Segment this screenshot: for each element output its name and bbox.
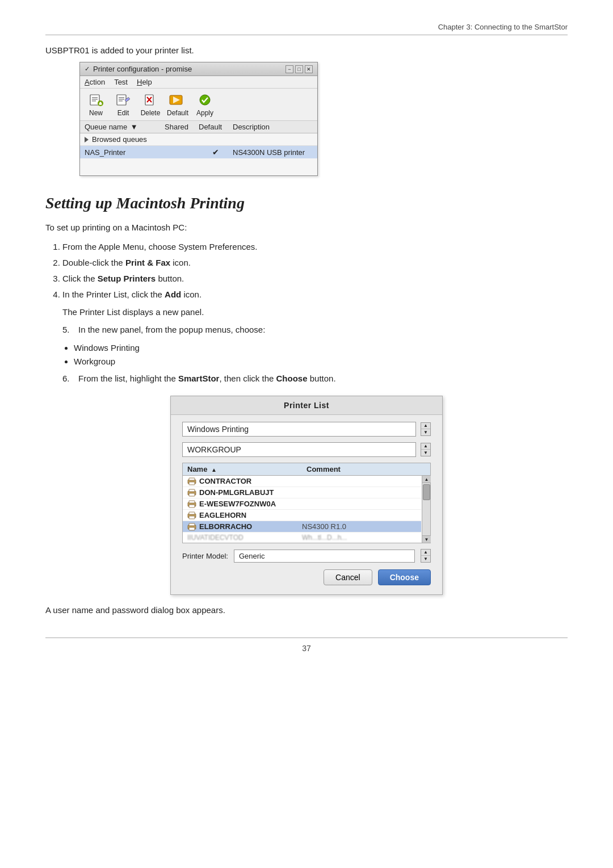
step-3: Click the Setup Printers button. [62, 272, 568, 286]
svg-rect-23 [189, 493, 195, 496]
page-number: 37 [302, 644, 311, 653]
chapter-title: Chapter 3: Connecting to the SmartStor [438, 23, 568, 31]
col-name-header: Name ▲ [187, 465, 306, 473]
svg-rect-25 [189, 501, 195, 503]
scroll-up-arrow[interactable]: ▲ [422, 476, 431, 483]
stepper-up2[interactable]: ▲ [421, 443, 430, 450]
row-name-eaglehorn: EAGLEHORN [187, 511, 302, 519]
table-header: Queue name ▼ Shared Default Description [80, 121, 317, 133]
menu-action[interactable]: Action [85, 78, 105, 86]
step-1: From the Apple Menu, choose System Prefe… [62, 240, 568, 254]
scroll-thumb[interactable] [423, 484, 430, 500]
svg-rect-32 [189, 527, 195, 530]
window-titlebar: ✓ Printer configuration - promise − □ ✕ [80, 62, 317, 76]
browsed-queues-label: Browsed queues [92, 135, 147, 144]
printer-name: NAS_Printer [85, 148, 165, 157]
default-icon [169, 92, 187, 108]
printer-model-label: Printer Model: [182, 552, 228, 560]
chapter-header: Chapter 3: Connecting to the SmartStor [45, 23, 568, 35]
step-5-text: In the new panel, from the popup menus, … [78, 323, 265, 337]
footer-text: A user name and password dialog box appe… [45, 605, 568, 615]
svg-rect-9 [119, 99, 124, 100]
dialog-buttons: Cancel Choose [182, 569, 431, 588]
step-4-bold: Add [165, 290, 181, 299]
close-button[interactable]: ✕ [305, 65, 313, 73]
col-description: Description [233, 123, 313, 131]
toolbar-apply-label: Apply [196, 109, 213, 117]
toolbar-edit-button[interactable]: Edit [112, 92, 135, 117]
toolbar-new-label: New [89, 109, 103, 117]
windows-printing-stepper[interactable]: ▲ ▼ [421, 422, 431, 436]
step-6: 6.From the list, highlight the SmartStor… [62, 372, 568, 385]
toolbar-apply-button[interactable]: Apply [194, 92, 216, 117]
table-row[interactable]: ELBORRACHO NS4300 R1.0 [183, 521, 421, 532]
page-footer: 37 [45, 638, 568, 653]
expand-icon[interactable] [85, 137, 89, 142]
model-stepper-up[interactable]: ▲ [421, 550, 430, 556]
printer-small-icon [187, 477, 196, 485]
svg-rect-10 [119, 100, 123, 102]
printer-model-row: Printer Model: Generic ▲ ▼ [182, 549, 431, 563]
printer-model-dropdown[interactable]: Generic [234, 550, 415, 563]
steps-list-3: 6.From the list, highlight the SmartStor… [62, 372, 568, 385]
cancel-button[interactable]: Cancel [324, 569, 372, 585]
stepper-down2[interactable]: ▼ [421, 450, 430, 456]
window-toolbar: New Edit [80, 89, 317, 121]
stepper-up[interactable]: ▲ [421, 423, 430, 429]
toolbar-delete-label: Delete [141, 109, 161, 117]
col-default: Default [199, 123, 233, 131]
row-comment-elborracho: NS4300 R1.0 [302, 522, 417, 531]
scrollbar[interactable]: ▲ ▼ [422, 476, 430, 543]
model-stepper[interactable]: ▲ ▼ [421, 549, 431, 563]
workgroup-dropdown[interactable]: WORKGROUP [182, 442, 416, 457]
windows-printing-dropdown[interactable]: Windows Printing [182, 422, 416, 437]
printer-small-icon3 [187, 500, 196, 508]
choose-button[interactable]: Choose [378, 569, 431, 585]
svg-rect-1 [92, 97, 98, 98]
choose-bold: Choose [276, 374, 308, 383]
svg-rect-22 [189, 489, 195, 492]
printer-small-icon5 [187, 523, 196, 531]
blurred-comment: Wh...tl...D...h... [302, 534, 417, 542]
printer-row[interactable]: NAS_Printer ✔ NS4300N USB printer [80, 146, 317, 158]
workgroup-stepper[interactable]: ▲ ▼ [421, 443, 431, 456]
toolbar-delete-button[interactable]: Delete [139, 92, 162, 117]
delete-icon [141, 92, 159, 108]
new-icon [87, 92, 105, 108]
toolbar-default-button[interactable]: Default [166, 92, 189, 117]
step-2: Double-click the Print & Fax icon. [62, 256, 568, 270]
step-5: 5.In the new panel, from the popup menus… [62, 323, 568, 337]
browsed-queues-row: Browsed queues [80, 133, 317, 146]
printer-table-header: Name ▲ Comment [183, 463, 430, 476]
svg-rect-19 [189, 478, 195, 480]
table-row[interactable]: E-WESEW7FOZNW0A [183, 498, 421, 510]
toolbar-new-button[interactable]: New [85, 92, 107, 117]
bullet-windows-printing: Windows Printing [74, 341, 568, 355]
minimize-button[interactable]: − [285, 65, 293, 73]
menu-test[interactable]: Test [114, 78, 128, 86]
svg-rect-6 [99, 103, 102, 105]
scroll-down-arrow[interactable]: ▼ [422, 535, 431, 543]
svg-rect-26 [189, 505, 195, 508]
svg-rect-20 [189, 482, 195, 485]
table-row[interactable]: DON-PMLGRLABUJT [183, 487, 421, 498]
row-name-e-wesew: E-WESEW7FOZNW0A [187, 500, 302, 508]
printer-description: NS4300N USB printer [233, 148, 313, 157]
stepper-down[interactable]: ▼ [421, 429, 430, 435]
model-stepper-down[interactable]: ▼ [421, 556, 430, 562]
sort-arrow: ▲ [211, 467, 217, 473]
col-queue-name: Queue name ▼ [85, 123, 165, 131]
toolbar-default-label: Default [167, 109, 188, 117]
step-2-bold: Print & Fax [125, 258, 170, 267]
table-row[interactable]: CONTRACTOR [183, 476, 421, 487]
maximize-button[interactable]: □ [295, 65, 303, 73]
svg-rect-29 [189, 516, 195, 519]
printer-table: Name ▲ Comment [182, 463, 431, 543]
svg-rect-8 [119, 97, 124, 98]
step-4: In the Printer List, click the Add icon. [62, 288, 568, 301]
row-name-contractor: CONTRACTOR [187, 477, 302, 485]
table-row-blurred[interactable]: IIUVATIDECVTOD Wh...tl...D...h... [183, 532, 421, 543]
menu-help[interactable]: Help [137, 78, 152, 86]
table-row[interactable]: EAGLEHORN [183, 510, 421, 521]
printer-config-window: ✓ Printer configuration - promise − □ ✕ … [79, 62, 318, 176]
